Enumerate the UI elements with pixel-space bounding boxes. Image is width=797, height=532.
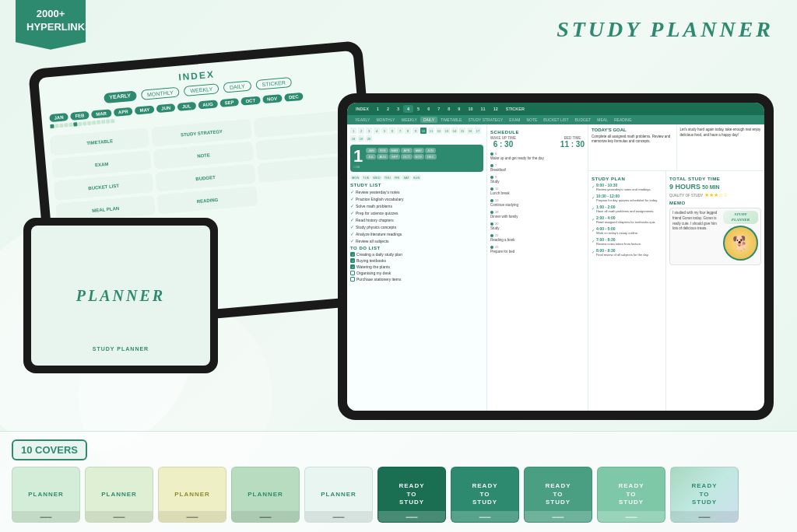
- study-item-8: ✓ Review all subjects: [350, 238, 483, 243]
- day-mon[interactable]: MON: [350, 175, 360, 180]
- date-19[interactable]: 19: [358, 135, 364, 142]
- day-wed[interactable]: WED: [371, 175, 381, 180]
- todo-check-3[interactable]: ✓: [350, 264, 355, 269]
- nav-yearly[interactable]: YEARLY: [104, 90, 137, 103]
- subnav-bucket[interactable]: BUCKET LIST: [540, 117, 571, 123]
- subnav-monthly[interactable]: MONTHLY: [373, 117, 398, 123]
- date-8[interactable]: 8: [405, 128, 411, 134]
- cover-5[interactable]: PLANNER ▬▬▬: [304, 467, 373, 523]
- gm-jan[interactable]: JAN: [366, 148, 377, 153]
- day-sat[interactable]: SAT: [402, 175, 410, 180]
- cover-3-label: PLANNER: [174, 491, 210, 499]
- month-jul[interactable]: JUL: [177, 102, 196, 111]
- date-12[interactable]: 12: [436, 128, 442, 134]
- subnav-study-strategy[interactable]: STUDY STRATEGY: [465, 117, 506, 123]
- date-3[interactable]: 3: [366, 128, 372, 134]
- cover-8[interactable]: READY TO STUDY ▬▬▬: [524, 467, 592, 523]
- gm-mar[interactable]: MAR: [389, 148, 401, 153]
- date-11[interactable]: 11: [428, 128, 434, 134]
- date-15[interactable]: 15: [459, 128, 465, 134]
- nav-10[interactable]: 10: [464, 105, 476, 113]
- subnav-timetable[interactable]: TIMETABLE: [437, 117, 465, 123]
- cover-4[interactable]: PLANNER ▬▬▬: [231, 467, 300, 523]
- nav-7[interactable]: 7: [434, 105, 444, 113]
- day-thu[interactable]: THU: [383, 175, 392, 180]
- month-oct[interactable]: OCT: [241, 96, 260, 106]
- date-6[interactable]: 6: [389, 128, 395, 134]
- gm-jun[interactable]: JUN: [425, 148, 436, 153]
- date-7[interactable]: 7: [397, 128, 403, 134]
- todo-check-5[interactable]: [350, 277, 355, 282]
- nav-5[interactable]: 5: [413, 105, 423, 113]
- date-18[interactable]: 18: [350, 135, 356, 142]
- gm-may[interactable]: MAY: [413, 148, 424, 153]
- date-13[interactable]: 13: [444, 128, 450, 134]
- month-mar[interactable]: MAR: [91, 109, 111, 118]
- month-jun[interactable]: JUN: [156, 103, 176, 113]
- card-reading[interactable]: READING: [157, 186, 258, 214]
- subnav-weekly[interactable]: WEEKLY: [398, 117, 420, 123]
- month-aug[interactable]: AUG: [198, 100, 218, 109]
- nav-monthly[interactable]: MONTHLY: [141, 87, 181, 100]
- month-apr[interactable]: APR: [114, 107, 133, 117]
- month-jan[interactable]: JAN: [49, 113, 68, 122]
- nav-sticker[interactable]: STICKER: [255, 77, 292, 90]
- date-14[interactable]: 14: [451, 128, 458, 134]
- gm-apr[interactable]: APR: [401, 148, 412, 153]
- nav-daily[interactable]: DAILY: [223, 81, 251, 93]
- day-tue[interactable]: TUE: [361, 175, 370, 180]
- nav-weekly[interactable]: WEEKLY: [184, 83, 219, 96]
- nav-8[interactable]: 8: [444, 105, 454, 113]
- gm-sep[interactable]: SEP: [389, 154, 400, 159]
- subnav-exam[interactable]: EXAM: [506, 117, 523, 123]
- date-1[interactable]: 1: [350, 128, 356, 134]
- month-nov[interactable]: NOV: [262, 94, 283, 103]
- subnav-reading[interactable]: READING: [611, 117, 635, 123]
- date-9[interactable]: 9: [413, 128, 419, 134]
- month-feb[interactable]: FEB: [70, 111, 90, 121]
- gm-jul[interactable]: JUL: [366, 154, 376, 159]
- month-dec[interactable]: DEC: [284, 93, 304, 102]
- date-17[interactable]: 17: [475, 128, 481, 134]
- subnav-meal[interactable]: MEAL: [594, 117, 611, 123]
- gm-dec[interactable]: DEC: [425, 154, 436, 159]
- date-5[interactable]: 5: [381, 128, 388, 134]
- nav-1[interactable]: 1: [373, 105, 383, 113]
- gm-feb[interactable]: FEB: [377, 148, 388, 153]
- nav-6[interactable]: 6: [423, 105, 434, 113]
- nav-sticker-main[interactable]: STICKER: [502, 105, 528, 113]
- nav-index[interactable]: INDEX: [352, 105, 373, 113]
- date-2[interactable]: 2: [358, 128, 364, 134]
- todo-check-2[interactable]: ✓: [350, 258, 355, 263]
- subnav-note[interactable]: NOTE: [523, 117, 540, 123]
- todo-check-4[interactable]: [350, 271, 355, 275]
- nav-9[interactable]: 9: [454, 105, 464, 113]
- day-sun[interactable]: SUN: [412, 175, 421, 180]
- gm-aug[interactable]: AUG: [377, 154, 388, 159]
- day-fri[interactable]: FRI: [393, 175, 401, 180]
- cover-10[interactable]: READY TO STUDY ▬▬▬: [670, 467, 739, 523]
- cover-1[interactable]: PLANNER ▬▬▬: [12, 467, 80, 523]
- nav-12[interactable]: 12: [490, 105, 502, 113]
- nav-4-active[interactable]: 4: [403, 105, 413, 113]
- subnav-budget[interactable]: BUDGET: [571, 117, 594, 123]
- subnav-daily[interactable]: DAILY: [420, 117, 437, 123]
- nav-3[interactable]: 3: [393, 105, 403, 113]
- month-may[interactable]: MAY: [135, 105, 155, 114]
- nav-2[interactable]: 2: [383, 105, 393, 113]
- nav-11[interactable]: 11: [477, 105, 490, 113]
- date-4[interactable]: 4: [374, 128, 380, 134]
- gm-nov[interactable]: NOV: [413, 154, 425, 159]
- cover-6[interactable]: READY TO STUDY ▬▬▬: [377, 467, 446, 523]
- date-16[interactable]: 16: [467, 128, 473, 134]
- cover-2[interactable]: PLANNER ▬▬▬: [85, 467, 153, 523]
- date-20[interactable]: 20: [366, 135, 372, 142]
- cover-9[interactable]: READY TO STUDY ▬▬▬: [597, 467, 665, 523]
- cover-3[interactable]: PLANNER ▬▬▬: [158, 467, 226, 523]
- date-10[interactable]: 10: [420, 128, 427, 134]
- todo-check-1[interactable]: ✓: [350, 252, 355, 257]
- cover-7[interactable]: READY TO STUDY ▬▬▬: [451, 467, 519, 523]
- gm-oct[interactable]: OCT: [401, 154, 412, 159]
- subnav-yearly[interactable]: YEARLY: [352, 117, 373, 123]
- month-sep[interactable]: SEP: [219, 98, 239, 107]
